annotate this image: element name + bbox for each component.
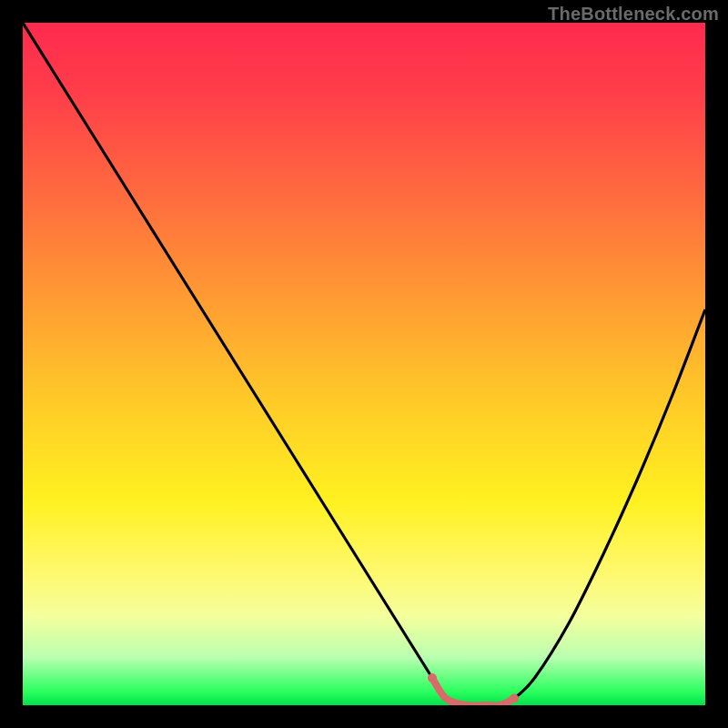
bottleneck-chart [23,23,705,705]
watermark: TheBottleneck.com [548,4,719,25]
svg-point-1 [510,694,519,703]
svg-point-0 [428,673,437,682]
bottleneck-curve [23,23,705,705]
